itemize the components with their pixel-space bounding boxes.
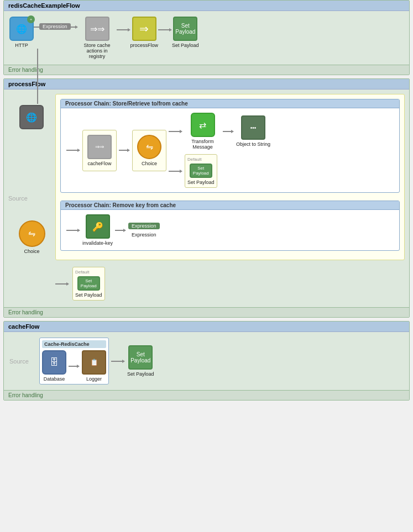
bottom-default-area: Default SetPayload Set Payload	[55, 265, 405, 303]
processflow-node[interactable]: ⇒ processFlow	[130, 17, 159, 48]
flow3-error-handling[interactable]: Error handling	[4, 390, 409, 400]
obj-conn	[223, 130, 234, 133]
chain2-arrow-in	[66, 229, 80, 232]
flow2-section: processFlow Source ⇋ Choice	[3, 78, 410, 318]
bottom-sp-node[interactable]: SetPayload Set Payload	[75, 276, 102, 298]
logger-label: Logger	[86, 376, 102, 382]
invalidate-node[interactable]: 🔑 invalidate-key	[82, 214, 113, 246]
chain1-arrowhead-in	[77, 149, 80, 152]
cacheflow-arrow	[119, 149, 130, 152]
transform-node[interactable]: ⇄ Transform Message	[185, 113, 221, 150]
db-logger-arrowhead	[77, 365, 80, 368]
chain1-default-box: Default SetPayload Set Payload	[185, 154, 217, 188]
cache-sp-arrowhead	[122, 360, 125, 363]
objstr-node[interactable]: ••• Object to String	[236, 115, 270, 147]
setpayload-node1[interactable]: SetPayload Set Payload	[172, 17, 199, 48]
flow1-error-handling[interactable]: Error handling	[4, 65, 409, 75]
expr2-conn	[115, 229, 126, 232]
top-arrowhead	[180, 130, 182, 133]
transform-label: Transform Message	[185, 139, 221, 150]
flow3-sp-icon: SetPayload	[128, 345, 153, 370]
cacheflow-icon: ⇒⇒	[87, 135, 112, 159]
flow3-sp-node[interactable]: SetPayload Set Payload	[127, 345, 154, 377]
processflow-label: processFlow	[130, 43, 159, 48]
bottom-def-arrowhead	[66, 282, 69, 286]
invalidate-label: invalidate-key	[82, 240, 113, 246]
store-cache-node[interactable]: ⇒⇒ Store cache actions in registry	[78, 17, 117, 59]
chain1-default-sp[interactable]: SetPayload Set Payload	[187, 164, 215, 185]
line3	[158, 29, 169, 30]
transform-icon: ⇄	[191, 113, 215, 137]
bottom-def-conn	[55, 282, 69, 286]
chain1-nodes: ⇒⇒ cacheFlow	[66, 113, 394, 188]
db-label: Database	[44, 376, 65, 382]
cacheflow-arrowhead	[127, 149, 130, 152]
chain1-sp-label: Set Payload	[187, 180, 215, 185]
yellow-area: Processor Chain: Store/Retrieve to/from …	[55, 94, 405, 260]
conn1-line: Expression	[34, 23, 78, 31]
chain2-line-in	[66, 230, 77, 231]
source-choice-area: Source ⇋ Choice	[8, 94, 55, 303]
choice-main-icon: ⇋	[19, 220, 45, 247]
source-label: Source	[8, 195, 28, 202]
line2	[117, 29, 128, 30]
choice-sub-area: ⇋ Choice	[132, 130, 166, 171]
store-cache-label: Store cache actions in registry	[78, 43, 117, 59]
processflow-icon: ⇒	[132, 17, 156, 41]
objstr-label: Object to String	[236, 141, 270, 147]
cache-sp-line	[111, 361, 122, 362]
store-cache-icon: ⇒⇒	[85, 17, 109, 41]
cache-group-nodes: 🗄 Database 📋 Logger	[42, 350, 106, 382]
chain1-line-in	[66, 150, 77, 151]
db-node[interactable]: 🗄 Database	[42, 350, 66, 382]
conn2	[117, 28, 130, 31]
cacheflow-node[interactable]: ⇒⇒ cacheFlow	[87, 135, 112, 166]
logger-icon: 📋	[82, 350, 106, 375]
top-line	[169, 131, 180, 132]
choice-outer[interactable]: ⇋ Choice	[19, 220, 45, 254]
bottom-default-label: Default	[75, 270, 102, 275]
choice-sub-node[interactable]: ⇋ Choice	[137, 135, 161, 166]
flows-wrapper: redisCacheExampleFlow 🌐 + HTTP Expressio	[3, 0, 410, 401]
expr2-tag: Expression	[128, 223, 160, 229]
cache-sp-conn	[111, 360, 125, 363]
chain1: Processor Chain: Store/Retrieve to/from …	[60, 99, 400, 193]
choice-main-node[interactable]: ⇋ Choice	[19, 220, 45, 254]
flow3-section: cacheFlow Source Cache-RedisCache 🗄 Data…	[3, 321, 410, 401]
bottom-branch: Default SetPayload Set Payload	[169, 154, 270, 188]
chain2-body: 🔑 invalidate-key	[61, 210, 399, 250]
conn3	[158, 28, 172, 31]
choice-sub-icon: ⇋	[137, 135, 161, 159]
chain1-title: Processor Chain: Store/Retrieve to/from …	[61, 99, 399, 108]
setpayload-label1: Set Payload	[172, 43, 199, 48]
db-logger-line	[69, 366, 77, 367]
cache-group: Cache-RedisCache 🗄 Database 📋	[39, 338, 109, 384]
bottom-conn	[169, 170, 182, 173]
chain1-sp-icon: SetPayload	[190, 164, 212, 178]
expr2-arrowhead	[123, 229, 126, 232]
http-node[interactable]: 🌐 + HTTP	[9, 17, 34, 48]
expr2-tag-area: Expression	[128, 223, 160, 230]
db-icon: 🗄	[42, 350, 66, 375]
bottom-default-box: Default SetPayload Set Payload	[72, 267, 105, 301]
flow1-title: redisCacheExampleFlow	[4, 1, 409, 11]
flow1-section: redisCacheExampleFlow 🌐 + HTTP Expressio	[3, 0, 410, 75]
obj-arrowhead	[231, 130, 234, 133]
cacheflow-area: ⇒⇒ cacheFlow	[82, 130, 117, 171]
branch-area: ⇄ Transform Message	[169, 113, 270, 188]
bottom-arrowhead	[180, 170, 182, 173]
invalidate-icon: 🔑	[86, 214, 110, 239]
line1b	[71, 27, 75, 28]
flow2-body: Source ⇋ Choice Proces	[4, 89, 409, 307]
pf-layout: Source ⇋ Choice Proces	[8, 94, 405, 303]
cacheflow-line	[119, 150, 127, 151]
expr2-node[interactable]: Expression Expression	[128, 223, 160, 238]
logger-node[interactable]: 📋 Logger	[82, 350, 106, 382]
bottom-sp-label: Set Payload	[75, 292, 102, 298]
top-branch-conn	[169, 130, 182, 133]
chain2-nodes: 🔑 invalidate-key	[66, 214, 394, 246]
http-icon: 🌐 +	[9, 17, 34, 41]
flow2-error-handling[interactable]: Error handling	[4, 307, 409, 317]
db-logger-conn	[69, 365, 80, 368]
bottom-def-line	[55, 283, 66, 285]
